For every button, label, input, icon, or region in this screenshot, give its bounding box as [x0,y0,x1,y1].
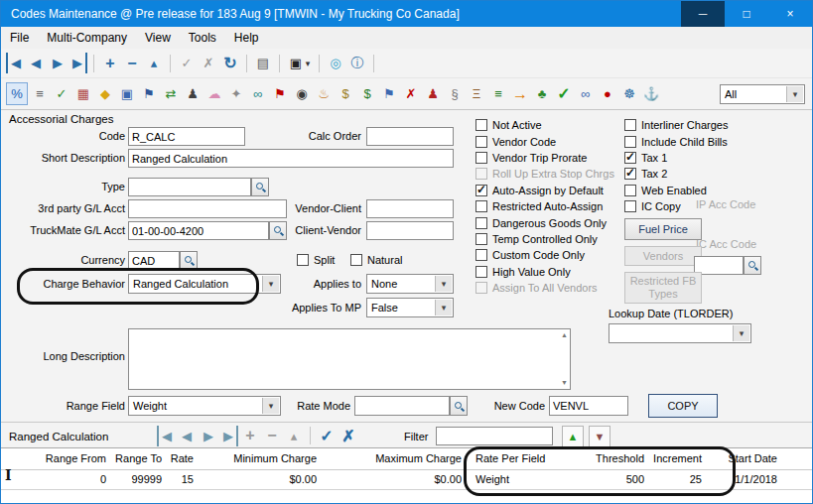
col-increment[interactable]: Increment [650,449,702,469]
calendar-icon[interactable]: ▦ [73,83,93,104]
checkbox-box[interactable] [350,254,362,266]
col-minimum-charge[interactable]: Minimum Charge [219,449,317,469]
rate-mode-lookup-button[interactable] [450,396,468,416]
post-edit-icon[interactable]: ✓ [177,53,197,73]
chevron-down-icon[interactable]: ▾ [435,300,452,315]
dollar-icon[interactable]: $ [357,83,377,104]
blue-flag-icon[interactable]: ⚑ [379,83,399,104]
notes-icon[interactable]: ≡ [30,83,50,104]
anchor-icon[interactable]: ⚓ [641,83,661,104]
checkbox-temp-controlled-only[interactable]: Temp Controlled Only [475,231,614,247]
grid-last-icon[interactable]: ▶ [220,426,238,446]
prior-record-icon[interactable]: ◀ [26,53,46,73]
checkbox-tax-1[interactable]: Tax 1 [624,150,728,166]
checkbox-box[interactable] [624,152,636,164]
rate-mode-input[interactable] [354,396,450,416]
checkbox-box[interactable] [475,217,487,229]
checkbox-include-child-bills[interactable]: Include Child Bills [624,133,728,149]
checkbox-box[interactable] [624,185,636,196]
checkbox-box[interactable] [624,200,636,212]
checkbox-box[interactable] [475,152,487,164]
orange-arrow-icon[interactable]: → [510,83,530,104]
col-range-from[interactable]: Range From [29,449,106,469]
col-threshold[interactable]: Threshold [593,449,644,469]
checkbox-box[interactable] [475,119,487,131]
cell-threshold[interactable]: 500 [593,470,644,489]
grid-prior-icon[interactable]: ◀ [177,426,197,446]
checkbox-box[interactable] [475,136,487,148]
edit-record-icon[interactable]: ▴ [144,53,164,73]
grid-delete-icon[interactable]: − [262,426,282,446]
chevron-down-icon[interactable]: ▾ [435,276,452,292]
cancel-edit-icon[interactable]: ✗ [199,53,218,73]
group-icon[interactable]: ♟ [423,83,443,104]
checkbox-box[interactable] [475,249,487,261]
new-code-input[interactable] [549,396,628,416]
checkbox-box[interactable] [475,200,487,212]
menu-item-tools[interactable]: Tools [180,27,225,49]
grid-next-icon[interactable]: ▶ [199,426,218,446]
checkbox-box[interactable] [297,254,309,266]
checkbox-vendor-code[interactable]: Vendor Code [475,133,614,149]
remove-group-icon[interactable]: ✗ [401,83,421,104]
checkbox-web-enabled[interactable]: Web Enabled [624,183,728,198]
checkbox-split[interactable]: Split [297,252,335,268]
first-record-icon[interactable]: ◀ [6,53,24,73]
code-type-filter-combo[interactable]: All ▾ [720,84,805,104]
last-record-icon[interactable]: ▶ [69,53,87,73]
applies-to-mp-combo[interactable]: False ▾ [366,298,454,317]
flag-icon[interactable]: ⚑ [139,83,159,104]
currency-input[interactable] [128,251,180,270]
calc-order-input[interactable] [366,127,454,146]
checkbox-custom-code-only[interactable]: Custom Code Only [475,247,614,263]
checkbox-box[interactable] [475,185,487,196]
camera-icon[interactable]: ◉ [292,83,312,104]
checkbox-box[interactable] [624,119,636,131]
car-icon[interactable]: ● [598,83,617,104]
person-icon[interactable]: ♟ [183,83,203,104]
mug-icon[interactable]: ♨ [314,83,334,104]
grid-first-icon[interactable]: ◀ [157,426,175,446]
grid-edit-icon[interactable]: ▴ [284,426,304,446]
transfer-arrows-icon[interactable]: ⇄ [161,83,181,104]
red-flag-icon[interactable]: ⚑ [270,83,290,104]
menu-item-file[interactable]: File [1,27,38,49]
chevron-down-icon[interactable]: ▾ [733,325,749,341]
currency-lookup-button[interactable] [180,251,198,270]
col-maximum-charge[interactable]: Maximum Charge [348,449,462,469]
propeller-icon[interactable]: ☸ [619,83,639,104]
menu-item-multi-company[interactable]: Multi-Company [38,27,136,49]
money-bag-icon[interactable]: $ [336,83,355,104]
lookup-date-combo[interactable]: ▾ [609,323,751,343]
checkbox-not-active[interactable]: Not Active [475,117,614,133]
checkbox-tax-2[interactable]: Tax 2 [624,166,728,182]
measure-icon[interactable]: § [445,83,465,104]
chain-icon[interactable]: ∞ [576,83,596,104]
checkbox-high-value-only[interactable]: High Value Only [475,264,614,280]
copy-codes-icon[interactable]: ▣ [117,83,137,104]
info-icon[interactable]: ⓘ [347,53,367,73]
cash-icon[interactable]: ≡ [488,83,508,104]
checkbox-natural[interactable]: Natural [350,252,402,268]
delete-record-icon[interactable]: − [122,53,142,73]
refresh-icon[interactable]: ↻ [220,53,240,73]
filter-input[interactable] [436,427,553,445]
cell-range-to[interactable]: 99999 [110,470,162,489]
grid-data-row[interactable]: 0 99999 15 $0.00 $0.00 Weight 500 25 1/1… [1,470,812,490]
checkbox-dangerous-goods-only[interactable]: Dangerous Goods Only [475,214,614,230]
maximize-button[interactable]: □ [725,1,768,27]
col-range-to[interactable]: Range To [110,449,162,469]
type-lookup-button[interactable] [251,178,269,196]
copy-button[interactable]: COPY [648,394,718,418]
scales-icon[interactable]: Ξ [467,83,486,104]
cell-rate-per-field[interactable]: Weight [475,470,585,489]
scroll-up-icon[interactable]: ▲ [561,331,568,339]
cell-maximum-charge[interactable]: $0.00 [348,470,462,489]
print-icon[interactable]: ▤ [253,53,273,73]
cell-minimum-charge[interactable]: $0.00 [219,470,317,489]
long-description-memo[interactable]: ▲ ▼ [128,328,571,390]
grid-insert-icon[interactable]: + [240,426,260,446]
filter-clear-icon[interactable]: ▼ [589,426,610,447]
ic-acc-code-lookup-button[interactable] [744,256,761,275]
green-check-icon[interactable]: ✓ [554,83,574,104]
